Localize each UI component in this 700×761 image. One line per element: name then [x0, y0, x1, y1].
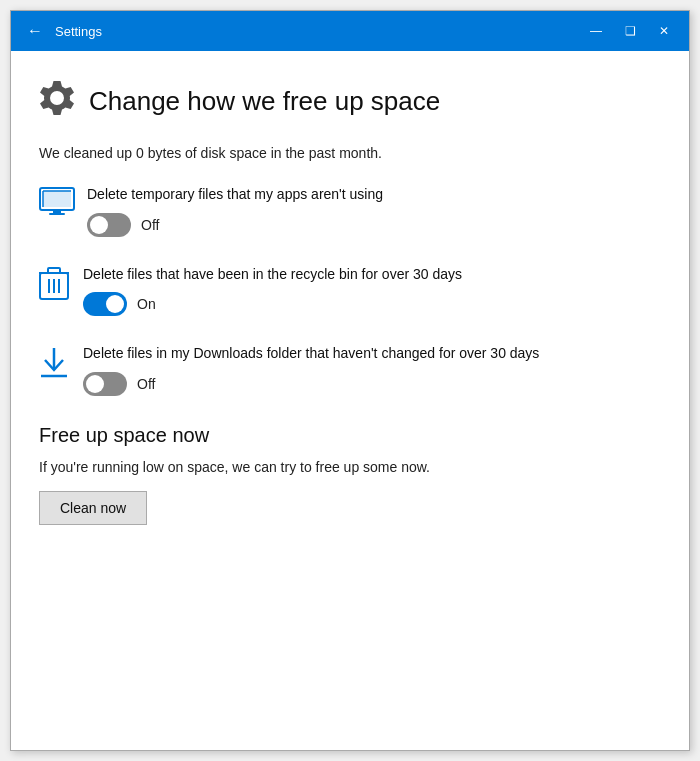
titlebar-title: Settings: [55, 24, 579, 39]
free-up-description: If you're running low on space, we can t…: [39, 459, 659, 475]
download-icon: [39, 346, 67, 378]
free-up-title: Free up space now: [39, 424, 659, 447]
temp-files-thumb: [90, 216, 108, 234]
section-divider: Free up space now If you're running low …: [39, 424, 659, 525]
setting-downloads: Delete files in my Downloads folder that…: [39, 344, 659, 396]
back-button[interactable]: ←: [19, 18, 51, 44]
temp-files-body: Delete temporary files that my apps aren…: [87, 185, 659, 237]
recycle-bin-label: Delete files that have been in the recyc…: [83, 265, 659, 285]
window-controls: — ❑ ✕: [579, 11, 681, 51]
clean-now-button[interactable]: Clean now: [39, 491, 147, 525]
minimize-button[interactable]: —: [579, 11, 613, 51]
temp-files-state-label: Off: [141, 217, 159, 233]
downloads-thumb: [86, 375, 104, 393]
maximize-button[interactable]: ❑: [613, 11, 647, 51]
svg-rect-1: [43, 191, 71, 207]
setting-recycle-bin: Delete files that have been in the recyc…: [39, 265, 659, 317]
settings-window: ← Settings — ❑ ✕ Change how we free up s…: [10, 10, 690, 751]
downloads-label: Delete files in my Downloads folder that…: [83, 344, 659, 364]
temp-files-toggle[interactable]: [87, 213, 131, 237]
monitor-icon: [39, 187, 71, 215]
trash-icon: [39, 267, 67, 299]
downloads-state-label: Off: [137, 376, 155, 392]
svg-rect-3: [49, 213, 65, 215]
gear-icon: [39, 79, 75, 123]
downloads-toggle-row: Off: [83, 372, 659, 396]
setting-temp-files: Delete temporary files that my apps aren…: [39, 185, 659, 237]
titlebar: ← Settings — ❑ ✕: [11, 11, 689, 51]
close-button[interactable]: ✕: [647, 11, 681, 51]
main-content: Change how we free up space We cleaned u…: [11, 51, 689, 750]
intro-text: We cleaned up 0 bytes of disk space in t…: [39, 145, 659, 161]
svg-rect-2: [53, 210, 61, 213]
recycle-bin-state-label: On: [137, 296, 156, 312]
page-header: Change how we free up space: [39, 79, 659, 123]
temp-files-label: Delete temporary files that my apps aren…: [87, 185, 659, 205]
downloads-toggle[interactable]: [83, 372, 127, 396]
temp-files-toggle-row: Off: [87, 213, 659, 237]
recycle-bin-toggle-row: On: [83, 292, 659, 316]
recycle-bin-body: Delete files that have been in the recyc…: [83, 265, 659, 317]
downloads-body: Delete files in my Downloads folder that…: [83, 344, 659, 396]
page-title: Change how we free up space: [89, 86, 440, 117]
recycle-bin-toggle[interactable]: [83, 292, 127, 316]
